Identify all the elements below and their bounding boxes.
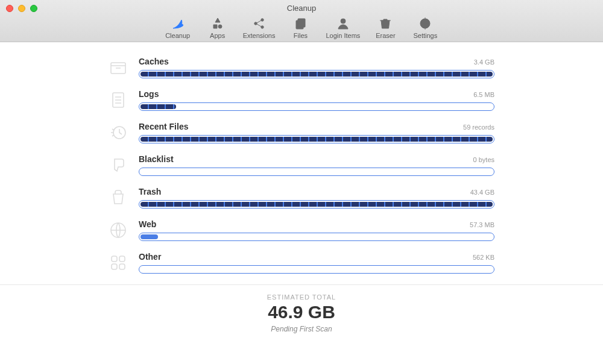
progress-bar bbox=[139, 102, 494, 111]
svg-rect-4 bbox=[298, 19, 305, 27]
thumbs-down-icon bbox=[109, 155, 128, 175]
share-icon bbox=[252, 16, 267, 31]
progress-bar-fill bbox=[140, 202, 493, 207]
grid-icon bbox=[109, 253, 128, 272]
estimated-total-label: ESTIMATED TOTAL bbox=[0, 293, 603, 301]
tab-label: Extensions bbox=[243, 32, 276, 39]
svg-rect-12 bbox=[112, 256, 117, 262]
window-title: Cleanup bbox=[0, 4, 603, 13]
content-area: Caches 3.4 GB Logs 6.5 MB bbox=[0, 42, 603, 364]
tab-label: Files bbox=[294, 32, 308, 39]
category-title: Caches bbox=[139, 57, 169, 66]
svg-rect-13 bbox=[119, 256, 125, 262]
tab-label: Apps bbox=[210, 32, 225, 39]
progress-bar bbox=[139, 233, 494, 241]
progress-bar-fill bbox=[140, 72, 493, 77]
footer: ESTIMATED TOTAL 46.9 GB Pending First Sc… bbox=[0, 284, 603, 333]
progress-bar-fill bbox=[140, 104, 176, 109]
category-row-logs[interactable]: Logs 6.5 MB bbox=[109, 89, 494, 111]
document-icon bbox=[109, 90, 128, 110]
box-icon bbox=[109, 58, 128, 77]
svg-point-0 bbox=[254, 22, 256, 25]
scan-status: Pending First Scan bbox=[0, 325, 603, 333]
svg-point-2 bbox=[260, 26, 263, 28]
tab-label: Settings bbox=[413, 32, 437, 39]
category-row-caches[interactable]: Caches 3.4 GB bbox=[109, 57, 494, 78]
tab-extensions[interactable]: Extensions bbox=[243, 16, 276, 39]
tab-files[interactable]: Files bbox=[286, 16, 315, 39]
user-icon bbox=[336, 16, 350, 31]
category-size: 6.5 MB bbox=[473, 91, 494, 98]
tab-eraser[interactable]: Eraser bbox=[371, 16, 400, 39]
category-title: Logs bbox=[139, 89, 159, 99]
category-size: 43.4 GB bbox=[470, 189, 494, 196]
category-size: 57.3 MB bbox=[470, 221, 494, 228]
category-row-trash[interactable]: Trash 43.4 GB bbox=[109, 187, 494, 209]
progress-bar bbox=[139, 200, 494, 209]
category-row-blacklist[interactable]: Blacklist 0 bytes bbox=[109, 154, 494, 176]
category-size: 0 bytes bbox=[473, 156, 494, 163]
svg-point-7 bbox=[423, 22, 427, 25]
tab-apps[interactable]: Apps bbox=[203, 16, 232, 39]
category-row-other[interactable]: Other 562 KB bbox=[109, 252, 494, 274]
tab-login-items[interactable]: Login Items bbox=[326, 16, 360, 39]
trash-icon bbox=[378, 16, 393, 31]
titlebar: Cleanup Cleanup Apps Extensions Files Lo… bbox=[0, 0, 603, 42]
settings-icon bbox=[418, 16, 432, 31]
progress-bar bbox=[139, 168, 494, 176]
svg-point-5 bbox=[341, 19, 346, 24]
estimated-total-value: 46.9 GB bbox=[0, 302, 603, 322]
category-row-recent-files[interactable]: Recent Files 59 records bbox=[109, 122, 494, 143]
trash-icon bbox=[109, 188, 128, 207]
category-list: Caches 3.4 GB Logs 6.5 MB bbox=[109, 57, 494, 274]
category-title: Recent Files bbox=[139, 122, 188, 131]
tab-label: Eraser bbox=[376, 32, 395, 39]
globe-icon bbox=[109, 221, 128, 240]
progress-bar-fill bbox=[140, 234, 158, 239]
category-title: Blacklist bbox=[139, 154, 174, 164]
history-icon bbox=[109, 123, 128, 142]
progress-bar bbox=[139, 135, 494, 143]
progress-bar-fill bbox=[140, 137, 493, 142]
progress-bar bbox=[139, 70, 494, 78]
svg-point-1 bbox=[260, 19, 263, 21]
category-size: 59 records bbox=[463, 124, 494, 131]
category-size: 3.4 GB bbox=[474, 58, 494, 66]
svg-rect-14 bbox=[112, 264, 117, 269]
tab-label: Cleanup bbox=[165, 32, 190, 39]
tab-cleanup[interactable]: Cleanup bbox=[163, 16, 192, 39]
category-size: 562 KB bbox=[473, 254, 494, 261]
apps-icon bbox=[210, 16, 225, 31]
tab-label: Login Items bbox=[326, 32, 360, 39]
tab-settings[interactable]: Settings bbox=[411, 16, 440, 39]
category-title: Other bbox=[139, 252, 161, 262]
progress-bar bbox=[139, 265, 494, 274]
category-title: Trash bbox=[139, 187, 161, 196]
toolbar: Cleanup Apps Extensions Files Login Item… bbox=[0, 16, 603, 39]
svg-rect-15 bbox=[119, 264, 125, 269]
feather-icon bbox=[171, 16, 185, 31]
category-row-web[interactable]: Web 57.3 MB bbox=[109, 219, 494, 241]
category-title: Web bbox=[139, 219, 156, 229]
files-icon bbox=[293, 16, 308, 31]
